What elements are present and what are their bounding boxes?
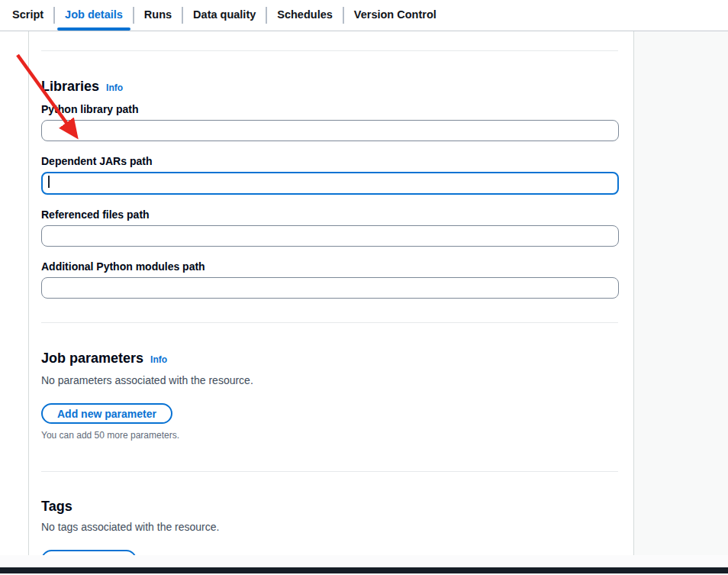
job-parameters-section: Job parameters Info No parameters associ… <box>41 349 618 441</box>
section-divider <box>41 322 618 323</box>
job-parameters-info-link[interactable]: Info <box>150 350 167 369</box>
tab-runs-label: Runs <box>144 8 172 21</box>
referenced-files-path-label: Referenced files path <box>41 207 618 222</box>
python-library-path-label: Python library path <box>41 102 618 117</box>
tab-version-control[interactable]: Version Control <box>344 0 446 31</box>
job-tabs: Script Job details Runs Data quality Sch… <box>0 0 728 31</box>
tags-title: Tags <box>41 497 72 515</box>
tab-runs[interactable]: Runs <box>134 0 182 31</box>
libraries-section: Libraries Info Python library path Depen… <box>41 77 618 299</box>
section-divider <box>41 471 618 472</box>
add-new-tag-button[interactable]: Add new tag <box>41 550 137 555</box>
page: Script Job details Runs Data quality Sch… <box>0 0 728 575</box>
dependent-jars-path-input[interactable] <box>41 172 619 195</box>
python-library-path-input[interactable] <box>41 120 619 141</box>
tab-schedules-label: Schedules <box>277 8 333 21</box>
tags-heading: Tags <box>41 497 618 515</box>
dependent-jars-path-caret-wrap <box>41 172 618 195</box>
dependent-jars-path-label: Dependent JARs path <box>41 153 618 169</box>
tab-script[interactable]: Script <box>2 0 53 31</box>
section-divider <box>41 50 618 51</box>
job-parameters-heading: Job parameters Info <box>41 349 618 369</box>
bottom-bar <box>0 567 728 573</box>
tab-schedules[interactable]: Schedules <box>267 0 343 31</box>
tab-job-details-label: Job details <box>65 8 123 21</box>
tags-empty-text: No tags associated with the resource. <box>41 519 618 535</box>
referenced-files-path-input[interactable] <box>41 225 619 247</box>
tab-data-quality[interactable]: Data quality <box>183 0 266 31</box>
libraries-title: Libraries <box>41 77 99 95</box>
libraries-heading: Libraries Info <box>41 77 618 97</box>
tags-section: Tags No tags associated with the resourc… <box>41 497 618 555</box>
bottom-strip <box>0 555 728 567</box>
additional-python-modules-path-label: Additional Python modules path <box>41 259 618 274</box>
add-new-parameter-button[interactable]: Add new parameter <box>41 403 172 424</box>
job-parameters-empty-text: No parameters associated with the resour… <box>41 373 618 388</box>
tab-script-label: Script <box>12 8 43 21</box>
job-details-panel: Libraries Info Python library path Depen… <box>28 31 634 555</box>
tab-version-control-label: Version Control <box>354 8 436 21</box>
additional-python-modules-path-input[interactable] <box>41 277 619 299</box>
right-gutter-panel <box>634 31 728 555</box>
job-parameters-title: Job parameters <box>41 349 143 367</box>
tab-job-details[interactable]: Job details <box>55 0 133 31</box>
tab-data-quality-label: Data quality <box>193 8 256 21</box>
libraries-info-link[interactable]: Info <box>106 79 123 97</box>
job-parameters-helper-text: You can add 50 more parameters. <box>41 429 618 441</box>
